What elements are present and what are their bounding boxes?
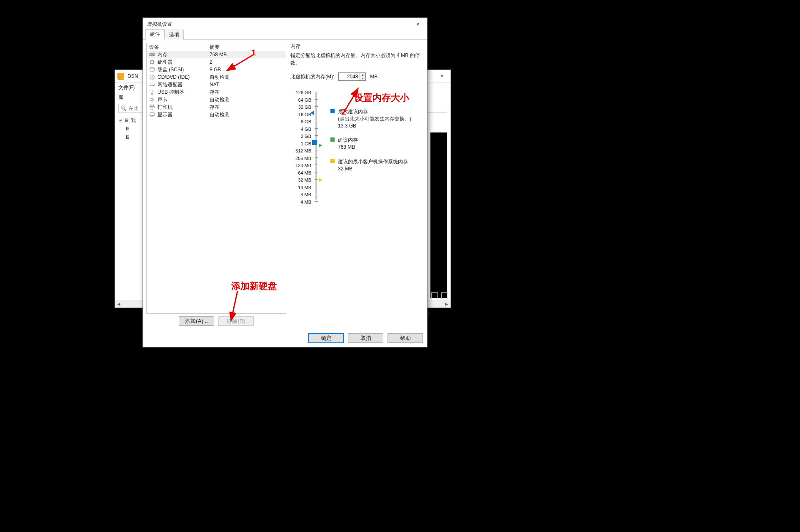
svg-rect-20: [151, 105, 154, 107]
vm-settings-dialog: 虚拟机设置 × 硬件 选项 设备 摘要 内存768 MB处理器2硬盘 (SCSI…: [142, 17, 428, 347]
ok-button-label: 确定: [321, 335, 332, 342]
device-name: 声卡: [158, 96, 168, 103]
vm-item-icon: 🖥: [125, 133, 130, 141]
memory-tick-label: 8 GB: [290, 118, 311, 126]
memory-tick-label: 256 MB: [290, 155, 311, 162]
device-row[interactable]: 处理器2: [147, 58, 286, 66]
max-recommended-marker-icon: [310, 111, 314, 115]
device-row[interactable]: 内存768 MB: [147, 51, 286, 58]
svg-rect-23: [150, 113, 155, 116]
device-row[interactable]: 声卡自动检测: [147, 96, 286, 103]
spinner-down-icon[interactable]: ▼: [360, 77, 365, 80]
sound-icon: [149, 97, 155, 102]
status-icon: [431, 292, 438, 299]
device-row[interactable]: 显示器自动检测: [147, 111, 286, 118]
legend-rec-title: 建议内存: [338, 137, 358, 144]
svg-point-12: [152, 77, 153, 78]
memory-tick-label: 4 MB: [290, 199, 311, 206]
device-summary: 8 GB: [210, 67, 283, 72]
device-name: 处理器: [158, 59, 172, 66]
device-summary: 768 MB: [210, 52, 283, 57]
legend-min-title: 建议的最小客户机操作系统内存: [338, 158, 408, 165]
device-row[interactable]: 硬盘 (SCSI)8 GB: [147, 66, 286, 73]
memory-label: 此虚拟机的内存(M):: [290, 73, 334, 80]
device-name: CD/DVD (IDE): [158, 74, 190, 80]
dialog-close-button[interactable]: ×: [408, 18, 427, 30]
device-list-panel: 设备 摘要 内存768 MB处理器2硬盘 (SCSI)8 GBCD/DVD (I…: [146, 43, 286, 314]
memory-scale-track[interactable]: [311, 89, 323, 206]
legend-yellow-icon: [330, 159, 335, 163]
memory-tick-label: 1 GB: [290, 140, 311, 148]
device-summary: 自动检测: [210, 74, 283, 81]
legend-max-title: 最大建议内存: [338, 108, 411, 115]
printer-icon: [149, 104, 155, 110]
tab-options-label: 选项: [169, 32, 179, 37]
status-icon: [441, 292, 448, 299]
bg-close-button[interactable]: ×: [434, 70, 450, 82]
memory-legend: 最大建议内存 (超出此大小可能发生内存交换。) 13.3 GB 建议内存 768…: [330, 89, 424, 206]
device-name: 内存: [158, 51, 168, 58]
legend-rec-value: 768 MB: [338, 144, 358, 151]
cancel-button[interactable]: 取消: [348, 333, 383, 343]
cpu-icon: [149, 59, 155, 65]
device-name: 硬盘 (SCSI): [158, 66, 184, 73]
svg-rect-5: [151, 61, 154, 64]
device-row[interactable]: 打印机存在: [147, 103, 286, 111]
device-row[interactable]: CD/DVD (IDE)自动检测: [147, 73, 286, 81]
tree-root[interactable]: 我: [131, 116, 136, 125]
memory-tick-label: 16 MB: [290, 184, 311, 192]
memory-tick-label: 2 GB: [290, 133, 311, 140]
scroll-right-icon[interactable]: ►: [443, 300, 450, 307]
net-icon: [149, 82, 155, 87]
file-menu[interactable]: 文件(F): [118, 84, 135, 91]
memory-input[interactable]: [339, 73, 360, 80]
remove-hardware-button[interactable]: 移除(R): [218, 316, 254, 326]
memory-settings-panel: 内存 指定分配给此虚拟机的内存量。内存大小必须为 4 MB 的倍数。 此虚拟机的…: [290, 43, 424, 326]
svg-point-16: [151, 93, 153, 95]
memory-icon: [149, 52, 155, 57]
memory-tick-label: 512 MB: [290, 147, 311, 155]
tab-options[interactable]: 选项: [165, 30, 184, 40]
min-os-marker-icon: [319, 178, 322, 182]
ok-button[interactable]: 确定: [308, 333, 344, 343]
device-summary: 2: [210, 59, 283, 65]
legend-blue-icon: [330, 109, 335, 113]
memory-tick-label: 32 GB: [290, 104, 311, 111]
vm-item-icon: 🖥: [125, 125, 130, 133]
memory-tick-label: 128 MB: [290, 162, 311, 170]
tab-hardware[interactable]: 硬件: [145, 29, 165, 40]
search-placeholder: 在此: [128, 105, 138, 112]
device-name: 打印机: [158, 104, 172, 111]
add-button-label: 添加(A)...: [185, 317, 208, 325]
current-memory-marker-icon[interactable]: [312, 140, 317, 145]
cd-icon: [149, 74, 155, 80]
svg-point-10: [150, 67, 155, 69]
help-button[interactable]: 帮助: [388, 333, 423, 343]
device-summary: 存在: [210, 104, 283, 111]
hdd-icon: [149, 67, 155, 72]
scroll-left-icon[interactable]: ◄: [115, 300, 122, 307]
add-hardware-button[interactable]: 添加(A)...: [179, 316, 214, 326]
memory-spinner[interactable]: ▲ ▼: [338, 72, 366, 81]
status-bar-icons: [431, 292, 448, 299]
device-summary: 自动检测: [210, 96, 283, 103]
preview-panel-black: [430, 187, 447, 298]
memory-description: 指定分配给此虚拟机的内存量。内存大小必须为 4 MB 的倍数。: [290, 52, 424, 67]
svg-line-18: [151, 91, 152, 92]
memory-tick-label: 16 GB: [290, 111, 311, 119]
device-row[interactable]: 网络适配器NAT: [147, 81, 286, 88]
spinner-up-icon[interactable]: ▲: [360, 73, 365, 77]
memory-tick-label: 4 GB: [290, 126, 311, 133]
device-summary: 存在: [210, 89, 283, 96]
vmware-logo-icon: [118, 73, 124, 80]
svg-point-11: [150, 75, 155, 80]
memory-tick-label: 64 GB: [290, 97, 311, 104]
legend-green-icon: [330, 137, 335, 142]
memory-tick-label: 128 GB: [290, 89, 311, 97]
search-icon: 🔍: [120, 105, 127, 111]
device-name: USB 控制器: [158, 89, 184, 96]
cancel-button-label: 取消: [360, 335, 371, 342]
memory-section-title: 内存: [290, 43, 424, 50]
device-name: 网络适配器: [158, 81, 182, 88]
device-row[interactable]: USB 控制器存在: [147, 88, 286, 96]
